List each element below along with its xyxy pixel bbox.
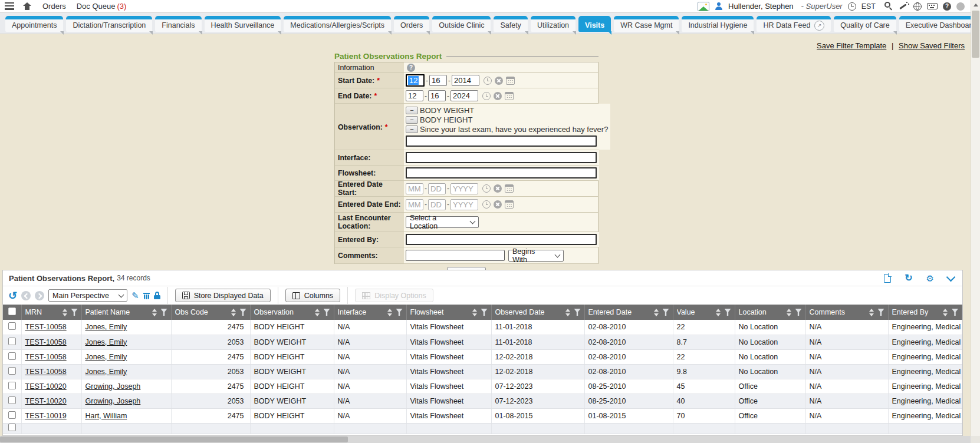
sort-icon[interactable]	[387, 309, 392, 316]
new-document-icon[interactable]	[884, 274, 891, 283]
delete-perspective-icon[interactable]	[143, 292, 150, 299]
columns-button[interactable]: Columns	[285, 289, 340, 302]
info-help-icon[interactable]: ?	[407, 64, 415, 72]
comments-input[interactable]	[406, 250, 505, 261]
perspective-select[interactable]: Main Perspective	[48, 289, 127, 302]
next-icon[interactable]	[35, 291, 44, 300]
remove-observation-button[interactable]: −	[406, 116, 418, 124]
tab-medications-allergies-scripts[interactable]: Medications/Allergies/Scripts	[284, 16, 391, 32]
reset-icon[interactable]: ↺	[8, 291, 17, 300]
tab-visits[interactable]: Visits	[578, 16, 611, 32]
horizontal-scrollbar-thumb[interactable]	[0, 437, 348, 442]
tab-outside-clinic[interactable]: Outside Clinic	[432, 16, 491, 32]
tab-utilization[interactable]: Utilization	[531, 16, 575, 32]
sort-icon[interactable]	[63, 309, 67, 316]
profile-circle-icon[interactable]	[956, 2, 965, 11]
horizontal-scrollbar[interactable]	[0, 436, 971, 443]
sort-icon[interactable]	[869, 309, 874, 316]
calendar-icon[interactable]	[506, 77, 515, 85]
calendar-icon[interactable]	[505, 200, 514, 209]
time-icon[interactable]	[484, 77, 492, 85]
mrn-link[interactable]: TEST-10019	[25, 412, 67, 420]
row-checkbox[interactable]	[8, 367, 16, 375]
show-saved-filters-link[interactable]: Show Saved Filters	[899, 41, 965, 50]
calendar-icon[interactable]	[505, 92, 514, 100]
end-date-year-input[interactable]	[450, 90, 478, 101]
interface-input[interactable]	[406, 152, 597, 163]
sort-icon[interactable]	[231, 309, 236, 316]
entered-date-start-month-input[interactable]	[406, 183, 423, 194]
filter-icon[interactable]	[71, 309, 78, 316]
tab-wr-case-mgmt[interactable]: WR Case Mgmt	[614, 16, 679, 32]
row-checkbox[interactable]	[8, 338, 16, 345]
mrn-link[interactable]: TEST-10058	[25, 353, 67, 361]
row-checkbox[interactable]	[8, 322, 16, 330]
sort-icon[interactable]	[716, 309, 721, 316]
sort-icon[interactable]	[787, 309, 791, 316]
mrn-link[interactable]: TEST-10020	[25, 382, 67, 391]
tab-financials[interactable]: Financials	[155, 16, 201, 32]
filter-icon[interactable]	[952, 309, 958, 316]
previous-icon[interactable]	[21, 291, 31, 300]
calendar-icon[interactable]	[505, 184, 514, 193]
search-icon[interactable]	[884, 2, 893, 11]
clear-date-icon[interactable]	[494, 92, 502, 100]
tab-industrial-hygiene[interactable]: Industrial Hygiene	[682, 16, 754, 32]
sort-icon[interactable]	[472, 309, 477, 316]
filter-icon[interactable]	[396, 309, 403, 316]
refresh-icon[interactable]: ↻	[905, 274, 912, 282]
filter-icon[interactable]	[481, 309, 488, 316]
entered-date-end-month-input[interactable]	[406, 199, 423, 210]
mrn-link[interactable]: TEST-10020	[25, 397, 67, 405]
filter-icon[interactable]	[240, 309, 246, 316]
tab-quality-of-care[interactable]: Quality of Care	[834, 16, 896, 32]
tab-health-surveillance[interactable]: Health Surveillance	[205, 16, 281, 32]
breadcrumb-doc-queue[interactable]: Doc Queue(3)	[77, 2, 127, 11]
tab-executive-dashboard[interactable]: Executive Dashboard ↗	[899, 16, 980, 32]
sort-icon[interactable]	[654, 309, 659, 316]
filter-icon[interactable]	[795, 309, 802, 316]
entered-date-start-day-input[interactable]	[428, 183, 446, 194]
edit-perspective-icon[interactable]: ✎	[131, 291, 139, 300]
tab-hr-data-feed[interactable]: HR Data Feed ↗	[757, 16, 831, 32]
save-filter-template-link[interactable]: Save Filter Template	[817, 41, 886, 50]
patient-name-link[interactable]: Jones, Emily	[85, 368, 127, 376]
wand-icon[interactable]	[899, 2, 908, 11]
sort-icon[interactable]	[565, 309, 570, 316]
clear-date-icon[interactable]	[494, 184, 502, 193]
last-encounter-location-select[interactable]: Select a Location	[406, 216, 479, 228]
patient-name-link[interactable]: Growing, Joseph	[85, 382, 141, 391]
time-icon[interactable]	[482, 184, 491, 193]
sort-icon[interactable]	[315, 309, 320, 316]
remove-observation-button[interactable]: −	[406, 107, 418, 114]
tab-orders[interactable]: Orders	[394, 16, 429, 32]
scroll-up-arrow[interactable]	[971, 0, 980, 9]
store-displayed-data-button[interactable]: Store Displayed Data	[175, 289, 271, 302]
patient-name-link[interactable]: Jones, Emily	[85, 353, 127, 361]
breadcrumb-orders[interactable]: Orders	[42, 2, 66, 11]
patient-name-link[interactable]: Growing, Joseph	[85, 397, 141, 405]
row-checkbox[interactable]	[8, 396, 16, 404]
tab-appointments[interactable]: Appointments	[5, 16, 63, 32]
filter-icon[interactable]	[161, 309, 167, 316]
filter-icon[interactable]	[878, 309, 884, 316]
entered-date-end-day-input[interactable]	[428, 199, 446, 210]
collapse-panel-icon[interactable]	[946, 272, 956, 282]
row-checkbox[interactable]	[8, 352, 16, 360]
remove-observation-button[interactable]: −	[406, 125, 418, 133]
mrn-link[interactable]: TEST-10058	[25, 323, 67, 331]
sort-icon[interactable]	[152, 309, 157, 316]
filter-icon[interactable]	[663, 309, 669, 316]
time-icon[interactable]	[482, 200, 491, 209]
vertical-scrollbar[interactable]	[971, 0, 980, 436]
sort-icon[interactable]	[943, 309, 948, 316]
tab-safety[interactable]: Safety	[494, 16, 527, 32]
observation-input[interactable]	[406, 135, 597, 147]
lock-perspective-icon[interactable]	[154, 292, 160, 299]
home-icon[interactable]	[22, 2, 32, 11]
help-icon[interactable]: ?	[943, 2, 951, 11]
filter-icon[interactable]	[574, 309, 581, 316]
row-checkbox[interactable]	[8, 424, 16, 431]
keyboard-icon[interactable]	[927, 3, 938, 9]
menu-icon[interactable]	[5, 2, 14, 10]
